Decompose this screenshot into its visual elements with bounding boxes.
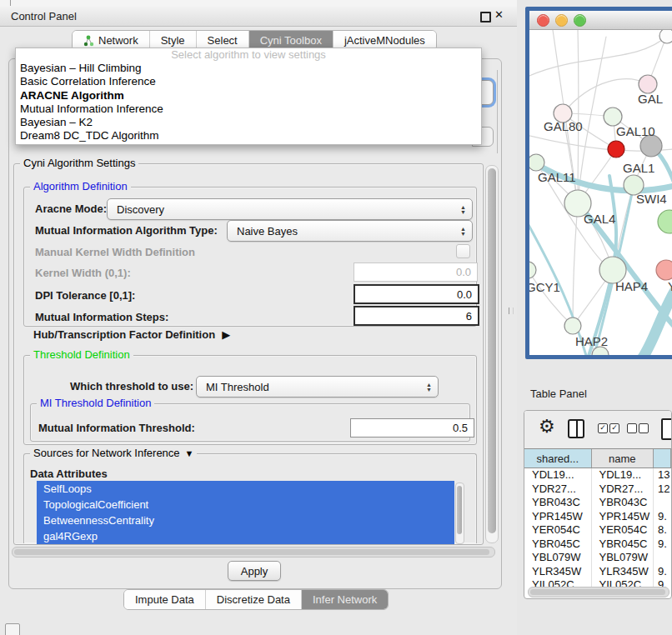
mac-zoom-icon[interactable] — [574, 14, 586, 27]
collapse-arrow-icon: ▼ — [185, 448, 194, 459]
tab-infer-network[interactable]: Infer Network — [302, 590, 388, 609]
mi-threshold-field[interactable]: 0.5 — [350, 418, 474, 438]
table-row[interactable]: YPR145WYPR145W9. — [524, 510, 671, 524]
table-cell: YBR045C — [524, 538, 592, 552]
table-cell: 9. — [654, 565, 671, 579]
network-node[interactable] — [608, 141, 624, 158]
table-cell: YDL19... — [592, 468, 654, 482]
combo-arrows-icon: ▲▼ — [426, 382, 432, 392]
bottom-tabs: Impute DataDiscretize DataInfer Network — [123, 589, 389, 610]
table-row[interactable]: YLR345WYLR345W9. — [524, 565, 671, 579]
table-row[interactable]: YBL079WYBL079W — [524, 551, 671, 565]
sources-group-title: Sources for Network Inference — [33, 448, 180, 459]
algorithm-option-dream8-dc-tdc-algorithm[interactable]: Dream8 DC_TDC Algorithm — [16, 129, 481, 142]
table-cell: YLR345W — [524, 565, 592, 579]
dpi-tolerance-field[interactable]: 0.0 — [354, 284, 479, 304]
network-node[interactable] — [658, 210, 672, 233]
data-attributes-label: Data Attributes — [30, 468, 108, 480]
network-node[interactable] — [529, 154, 544, 171]
manual-kernel-checkbox[interactable] — [456, 244, 470, 258]
float-window-icon[interactable] — [480, 11, 491, 26]
unselect-all-icon[interactable] — [627, 423, 637, 433]
apply-button[interactable]: Apply — [228, 561, 281, 581]
table-panel-box: ⚙ ✓ ✓ shared...name YDL19...YDL19...13YD… — [524, 410, 672, 599]
attribute-item-betweennesscentrality[interactable]: BetweennessCentrality — [37, 512, 454, 528]
mi-steps-field[interactable]: 6 — [354, 306, 479, 326]
aracne-mode-combo[interactable]: Discovery ▲▼ — [107, 198, 473, 220]
table-row[interactable]: YDL19...YDL19...13 — [524, 468, 671, 482]
table-cell: 13 — [654, 468, 671, 482]
table-cell: 12 — [654, 482, 671, 497]
attribute-item-gal4rgexp[interactable]: gal4RGexp — [37, 528, 454, 544]
mi-type-combo[interactable]: Naive Bayes ▲▼ — [227, 220, 473, 242]
close-window-icon[interactable]: ✕ — [494, 8, 504, 21]
algorithm-option-bayesian-k2[interactable]: Bayesian – K2 — [16, 116, 481, 129]
aracne-mode-label: Aracne Mode: — [35, 202, 107, 215]
data-attributes-list[interactable]: SelfLoopsTopologicalCoefficientBetweenne… — [37, 481, 454, 544]
mac-minimize-icon[interactable] — [555, 14, 568, 27]
network-canvas[interactable]: GALGAL80GAL10GAL11GAL1SWI4GAL4GCY1HAP4YH… — [529, 30, 672, 356]
column-header-name[interactable]: name — [592, 449, 654, 468]
settings-hscrollbar-thumb[interactable] — [14, 549, 489, 555]
network-node[interactable] — [529, 262, 536, 278]
settings-hscrollbar[interactable] — [12, 547, 495, 558]
mac-close-icon[interactable] — [537, 14, 549, 27]
table-row[interactable]: YDR27...YDR27...12 — [524, 482, 671, 497]
attribute-item-topologicalcoefficient[interactable]: TopologicalCoefficient — [37, 497, 454, 512]
tab-label: Cyni Toolbox — [260, 34, 322, 47]
attributes-list-scrollbar-thumb[interactable] — [457, 486, 462, 534]
table-hscrollbar[interactable] — [528, 587, 669, 598]
algorithm-option-aracne-algorithm[interactable]: ARACNE Algorithm — [16, 89, 481, 102]
table-cell: 9. — [654, 538, 671, 552]
network-node[interactable] — [564, 318, 581, 334]
network-view-window[interactable]: GALGAL80GAL10GAL11GAL1SWI4GAL4GCY1HAP4YH… — [525, 7, 672, 359]
attribute-item-selfloops[interactable]: SelfLoops — [37, 481, 454, 497]
mi-type-value: Naive Bayes — [237, 225, 298, 238]
algorithm-option-basic-correlation-inference[interactable]: Basic Correlation Inference — [16, 75, 481, 88]
table-row[interactable]: YBR043CYBR043C — [524, 496, 671, 510]
sources-group-title-row[interactable]: Sources for Network Inference ▼ — [30, 448, 197, 459]
unselect-all-icon2[interactable] — [639, 423, 649, 433]
column-header-shared[interactable]: shared... — [524, 449, 592, 468]
settings-vscrollbar[interactable] — [485, 165, 499, 543]
table-cell: YDR27... — [592, 482, 654, 497]
network-edge[interactable] — [529, 36, 667, 76]
network-node-label: GCY1 — [529, 280, 560, 294]
column-header-col2[interactable] — [654, 449, 671, 468]
network-node[interactable] — [604, 108, 622, 126]
hub-definition-row[interactable]: Hub/Transcription Factor Definition ▶ — [33, 328, 230, 341]
algorithm-option-bayesian-hill-climbing[interactable]: Bayesian – Hill Climbing — [16, 62, 481, 75]
columns-icon[interactable] — [568, 419, 584, 438]
table-hscrollbar-thumb[interactable] — [530, 589, 665, 595]
select-all-checks-icon[interactable]: ✓ — [598, 423, 608, 433]
select-all-checks-icon2[interactable]: ✓ — [609, 423, 619, 433]
gear-icon[interactable]: ⚙ — [539, 416, 555, 438]
tab-label: Infer Network — [313, 593, 377, 606]
table-cell: YBR045C — [592, 538, 654, 552]
table-cell: YER054C — [592, 523, 654, 538]
algorithm-option-mutual-information-inference[interactable]: Mutual Information Inference — [16, 102, 481, 116]
tab-impute-data[interactable]: Impute Data — [124, 590, 206, 609]
algorithm-popup-items: Bayesian – Hill ClimbingBasic Correlatio… — [16, 62, 481, 143]
minimized-panel-icon[interactable] — [5, 623, 20, 635]
control-panel-title: Control Panel — [11, 10, 77, 22]
settings-vscrollbar-thumb[interactable] — [488, 168, 496, 533]
table-row[interactable]: YBR045CYBR045C9. — [524, 538, 671, 552]
which-threshold-combo[interactable]: MI Threshold ▲▼ — [196, 376, 439, 398]
attributes-list-scrollbar[interactable] — [455, 482, 464, 544]
network-edge[interactable] — [563, 79, 648, 113]
splitter-handle[interactable] — [509, 308, 514, 314]
network-node[interactable] — [659, 30, 672, 43]
tab-discretize-data[interactable]: Discretize Data — [206, 590, 302, 609]
kernel-width-field[interactable]: 0.0 — [354, 262, 478, 282]
tab-label: Discretize Data — [217, 593, 290, 606]
table-row[interactable]: YER054CYER054C8. — [524, 523, 671, 538]
network-edge[interactable] — [578, 30, 579, 203]
export-table-icon[interactable] — [661, 418, 672, 440]
network-node[interactable] — [639, 75, 657, 93]
table-cell: YPR145W — [524, 510, 592, 524]
network-node[interactable] — [656, 260, 672, 280]
hub-definition-label: Hub/Transcription Factor Definition — [33, 328, 215, 341]
tab-label: jActiveMNodules — [344, 34, 425, 47]
which-threshold-value: MI Threshold — [206, 381, 269, 393]
